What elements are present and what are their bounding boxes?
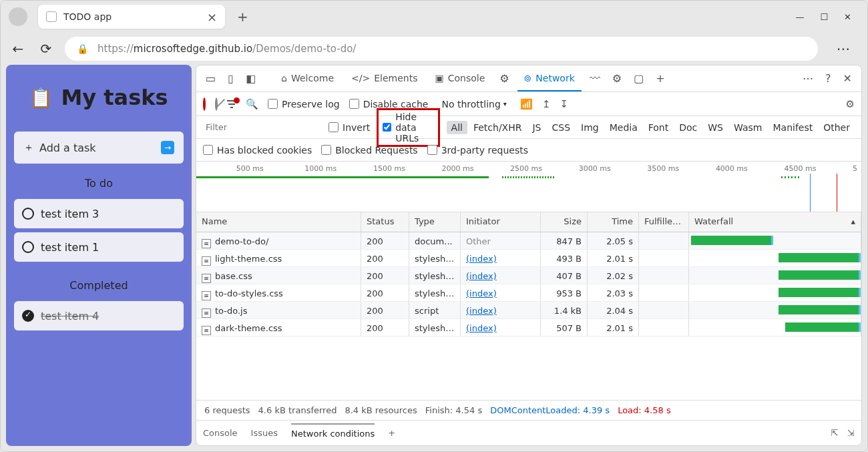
back-button[interactable]: ← xyxy=(9,41,27,57)
col-name[interactable]: Name xyxy=(196,212,361,232)
timeline-overview[interactable]: 500 ms1000 ms1500 ms2000 ms2500 ms3000 m… xyxy=(196,162,861,212)
invert-checkbox[interactable]: Invert xyxy=(329,122,370,133)
task-label: test item 1 xyxy=(41,241,99,254)
tab-network[interactable]: ⊚Network xyxy=(517,65,582,91)
timeline-tick: 5 xyxy=(853,164,857,173)
col-initiator[interactable]: Initiator xyxy=(461,212,541,232)
completed-section-header: Completed xyxy=(14,279,184,292)
import-icon[interactable]: ↥ xyxy=(542,98,551,110)
add-task-button[interactable]: ＋Add a task → xyxy=(14,132,184,164)
inspect-icon[interactable]: ▭ xyxy=(202,72,220,85)
close-tab-icon[interactable]: × xyxy=(207,10,217,24)
console-icon: ▣ xyxy=(435,73,443,83)
wifi-icon[interactable]: 📶 xyxy=(520,98,533,110)
tab-welcome[interactable]: ⌂Welcome xyxy=(274,65,341,91)
network-row[interactable]: ≡light-theme.css200styleshe...(index)493… xyxy=(196,250,861,267)
initiator-link[interactable]: (index) xyxy=(466,288,497,298)
task-item-done[interactable]: test item 4 xyxy=(14,301,184,330)
filter-type-all[interactable]: All xyxy=(447,121,467,134)
blocked-cookies-checkbox[interactable]: Has blocked cookies xyxy=(203,145,312,156)
performance-icon[interactable]: 〰 xyxy=(586,72,604,85)
devtools-panel: ▭ ▯ ◧ ⌂Welcome </>Elements ▣Console ⚙ ⊚N… xyxy=(196,65,862,446)
third-party-checkbox[interactable]: 3rd-party requests xyxy=(427,145,528,156)
tab-elements[interactable]: </>Elements xyxy=(345,65,424,91)
network-row[interactable]: ≡dark-theme.css200styleshe...(index)507 … xyxy=(196,319,861,336)
browser-tab[interactable]: TODO app × xyxy=(38,5,225,29)
timeline-tick: 4000 ms xyxy=(716,164,748,173)
network-row[interactable]: ≡to-do.js200script(index)1.4 kB2.04 s xyxy=(196,302,861,319)
drawer-collapse-icon[interactable]: ⇲ xyxy=(847,428,855,438)
dock-icon[interactable]: ◧ xyxy=(242,72,260,85)
record-button[interactable] xyxy=(203,99,206,109)
url-field[interactable]: 🔒 https://microsoftedge.github.io/Demos/… xyxy=(65,37,818,61)
close-devtools-icon[interactable]: ✕ xyxy=(839,72,856,85)
submit-task-icon[interactable]: → xyxy=(161,141,174,154)
timeline-tick: 4500 ms xyxy=(784,164,816,173)
filter-type-js[interactable]: JS xyxy=(527,121,546,134)
window-close-button[interactable]: ✕ xyxy=(844,12,851,22)
tab-console[interactable]: ▣Console xyxy=(428,65,491,91)
task-item[interactable]: test item 1 xyxy=(14,232,184,262)
filter-type-font[interactable]: Font xyxy=(644,121,673,134)
export-icon[interactable]: ↧ xyxy=(560,98,568,110)
task-checkbox-icon[interactable] xyxy=(22,241,34,253)
network-grid: Name Status Type Initiator Size Time Ful… xyxy=(196,212,861,400)
initiator-link[interactable]: (index) xyxy=(466,306,497,316)
file-icon: ≡ xyxy=(202,256,211,266)
device-toggle-icon[interactable]: ▯ xyxy=(224,72,238,85)
preserve-log-checkbox[interactable]: Preserve log xyxy=(268,99,340,109)
add-tab-button[interactable]: + xyxy=(652,72,668,85)
col-waterfall[interactable]: Waterfall▴ xyxy=(689,212,861,232)
filter-type-css[interactable]: CSS xyxy=(547,121,575,134)
filter-type-manifest[interactable]: Manifest xyxy=(768,121,817,134)
network-settings-icon[interactable]: ⚙ xyxy=(846,98,855,110)
file-icon: ≡ xyxy=(202,239,211,248)
clear-button[interactable] xyxy=(215,99,218,109)
col-size[interactable]: Size xyxy=(541,212,588,232)
filter-type-wasm[interactable]: Wasm xyxy=(729,121,767,134)
task-checkbox-icon[interactable] xyxy=(22,310,34,322)
maximize-button[interactable]: ☐ xyxy=(820,12,828,22)
drawer-expand-icon[interactable]: ⇱ xyxy=(831,428,838,438)
drawer-network-conditions[interactable]: Network conditions xyxy=(291,423,375,439)
new-tab-button[interactable]: + xyxy=(237,9,248,25)
network-row[interactable]: ≡base.css200styleshe...(index)407 B2.02 … xyxy=(196,267,861,284)
browser-more-icon[interactable]: ⋯ xyxy=(837,41,850,57)
col-time[interactable]: Time xyxy=(588,212,639,232)
search-icon[interactable]: 🔍 xyxy=(246,98,258,110)
network-row[interactable]: ≡to-do-styles.css200styleshe...(index)95… xyxy=(196,284,861,302)
initiator-link[interactable]: (index) xyxy=(466,254,497,264)
filter-input[interactable] xyxy=(203,120,322,136)
refresh-button[interactable]: ⟳ xyxy=(37,41,55,57)
filter-toggle[interactable] xyxy=(227,100,236,108)
debug-icon[interactable]: ⚙ xyxy=(495,72,513,85)
col-fulfilled[interactable]: Fulfilled... xyxy=(639,212,689,232)
col-type[interactable]: Type xyxy=(409,212,461,232)
drawer-add-icon[interactable]: + xyxy=(388,428,395,438)
filter-type-other[interactable]: Other xyxy=(819,121,855,134)
profile-avatar[interactable] xyxy=(9,7,27,26)
filter-type-ws[interactable]: WS xyxy=(703,121,728,134)
window-icon[interactable]: ▢ xyxy=(630,72,648,85)
minimize-button[interactable]: — xyxy=(795,12,804,22)
filter-type-fetch/xhr[interactable]: Fetch/XHR xyxy=(469,121,527,134)
task-item[interactable]: test item 3 xyxy=(14,199,184,228)
network-row[interactable]: ≡demo-to-do/200docum...Other847 B2.05 s xyxy=(196,232,861,250)
col-status[interactable]: Status xyxy=(361,212,409,232)
settings-icon[interactable]: ⚙ xyxy=(608,72,626,85)
drawer-issues[interactable]: Issues xyxy=(251,428,278,438)
tab-title: TODO app xyxy=(63,11,200,22)
filter-type-img[interactable]: Img xyxy=(576,121,604,134)
task-checkbox-icon[interactable] xyxy=(22,208,34,220)
initiator-link[interactable]: (index) xyxy=(466,323,497,333)
blocked-requests-checkbox[interactable]: Blocked Requests xyxy=(321,145,417,156)
address-bar: ← ⟳ 🔒 https://microsoftedge.github.io/De… xyxy=(1,33,867,65)
more-tools-icon[interactable]: ⋯ xyxy=(799,72,817,85)
drawer-console[interactable]: Console xyxy=(203,428,238,438)
filter-type-media[interactable]: Media xyxy=(605,121,642,134)
initiator-link[interactable]: (index) xyxy=(466,271,497,281)
help-icon[interactable]: ? xyxy=(821,72,835,85)
file-icon: ≡ xyxy=(202,291,211,300)
filter-type-doc[interactable]: Doc xyxy=(674,121,702,134)
throttling-dropdown[interactable]: No throttling ▾ xyxy=(437,97,510,111)
